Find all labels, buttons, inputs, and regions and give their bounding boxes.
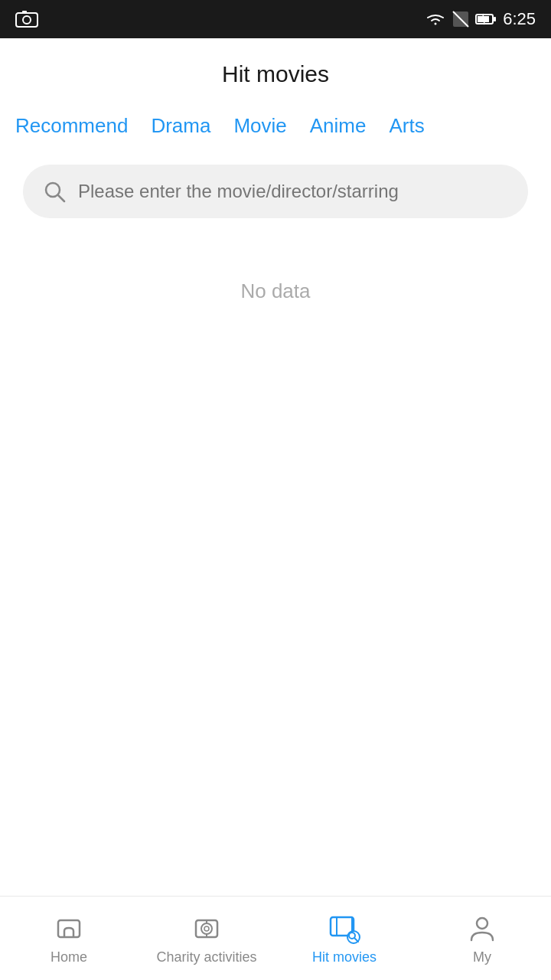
category-tabs: Recommend Drama Movie Anime Arts xyxy=(0,103,551,149)
charity-nav-icon xyxy=(190,911,223,945)
svg-point-13 xyxy=(204,926,209,931)
page-title: Hit movies xyxy=(0,38,551,103)
svg-point-1 xyxy=(23,16,31,24)
sim-icon xyxy=(452,11,469,28)
nav-item-charity[interactable]: Charity activities xyxy=(138,911,276,965)
status-right: 6:25 xyxy=(425,9,536,29)
wifi-icon xyxy=(425,11,446,27)
tab-anime[interactable]: Anime xyxy=(310,110,367,142)
search-container xyxy=(0,149,551,234)
search-input[interactable] xyxy=(78,181,509,202)
tab-drama[interactable]: Drama xyxy=(151,110,210,142)
home-nav-label: Home xyxy=(51,949,87,965)
svg-rect-2 xyxy=(22,11,27,14)
nav-item-hitmovies[interactable]: Hit movies xyxy=(276,911,413,965)
search-bar xyxy=(23,165,528,218)
nav-item-home[interactable]: Home xyxy=(0,911,138,965)
photo-icon xyxy=(15,10,38,28)
status-time: 6:25 xyxy=(503,9,536,29)
tab-recommend[interactable]: Recommend xyxy=(15,110,128,142)
my-nav-icon xyxy=(465,911,499,945)
svg-point-22 xyxy=(477,918,487,929)
tab-movie[interactable]: Movie xyxy=(233,110,286,142)
battery-icon xyxy=(475,12,497,26)
bottom-nav: Home Charity activities xyxy=(0,896,551,980)
tab-arts[interactable]: Arts xyxy=(389,110,424,142)
status-left xyxy=(15,10,38,28)
hitmovies-nav-icon xyxy=(328,911,361,945)
charity-nav-label: Charity activities xyxy=(156,949,256,965)
svg-rect-7 xyxy=(494,17,496,21)
svg-rect-0 xyxy=(16,13,37,27)
hitmovies-nav-label: Hit movies xyxy=(312,949,377,965)
svg-point-12 xyxy=(201,923,212,934)
status-bar: 6:25 xyxy=(0,0,551,38)
empty-message: No data xyxy=(240,279,310,303)
my-nav-label: My xyxy=(473,949,491,965)
svg-line-9 xyxy=(58,195,64,201)
nav-item-my[interactable]: My xyxy=(413,911,551,965)
search-icon xyxy=(42,179,67,204)
content-area: No data xyxy=(0,234,551,896)
home-nav-icon xyxy=(52,911,86,945)
